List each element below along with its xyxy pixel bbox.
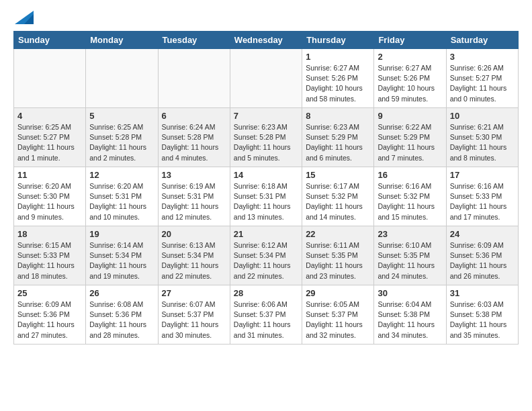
day-number: 24 — [450, 229, 515, 239]
col-header-friday: Friday — [374, 32, 446, 49]
calendar-cell: 24Sunrise: 6:09 AMSunset: 5:36 PMDayligh… — [446, 226, 518, 285]
calendar-cell: 14Sunrise: 6:18 AMSunset: 5:31 PMDayligh… — [230, 167, 302, 226]
calendar-cell: 29Sunrise: 6:05 AMSunset: 5:37 PMDayligh… — [302, 285, 374, 345]
week-row-3: 11Sunrise: 6:20 AMSunset: 5:30 PMDayligh… — [14, 167, 519, 226]
day-info: Sunrise: 6:08 AMSunset: 5:36 PMDaylight:… — [89, 300, 154, 340]
calendar-cell: 7Sunrise: 6:23 AMSunset: 5:28 PMDaylight… — [230, 108, 302, 167]
day-number: 11 — [17, 170, 82, 180]
day-number: 16 — [378, 170, 442, 180]
day-info: Sunrise: 6:16 AMSunset: 5:32 PMDaylight:… — [378, 181, 442, 222]
day-info: Sunrise: 6:23 AMSunset: 5:28 PMDaylight:… — [234, 122, 298, 163]
day-number: 9 — [378, 111, 442, 121]
calendar-cell: 23Sunrise: 6:10 AMSunset: 5:35 PMDayligh… — [374, 226, 446, 285]
day-info: Sunrise: 6:09 AMSunset: 5:36 PMDaylight:… — [17, 300, 82, 340]
day-number: 15 — [306, 170, 370, 180]
day-number: 8 — [306, 111, 370, 121]
calendar-cell — [14, 49, 86, 108]
day-info: Sunrise: 6:17 AMSunset: 5:32 PMDaylight:… — [306, 181, 370, 222]
day-info: Sunrise: 6:12 AMSunset: 5:34 PMDaylight:… — [234, 240, 298, 281]
day-number: 13 — [162, 170, 226, 180]
calendar-cell: 25Sunrise: 6:09 AMSunset: 5:36 PMDayligh… — [14, 285, 86, 345]
day-number: 22 — [306, 229, 370, 239]
page: SundayMondayTuesdayWednesdayThursdayFrid… — [0, 0, 532, 351]
day-number: 23 — [378, 229, 442, 239]
calendar-cell: 16Sunrise: 6:16 AMSunset: 5:32 PMDayligh… — [374, 167, 446, 226]
day-info: Sunrise: 6:15 AMSunset: 5:33 PMDaylight:… — [17, 240, 82, 281]
calendar-cell: 22Sunrise: 6:11 AMSunset: 5:35 PMDayligh… — [302, 226, 374, 285]
calendar-cell: 15Sunrise: 6:17 AMSunset: 5:32 PMDayligh… — [302, 167, 374, 226]
day-number: 10 — [450, 111, 515, 121]
calendar-cell: 27Sunrise: 6:07 AMSunset: 5:37 PMDayligh… — [158, 285, 230, 345]
day-number: 17 — [450, 170, 515, 180]
day-info: Sunrise: 6:24 AMSunset: 5:28 PMDaylight:… — [162, 122, 226, 163]
day-number: 12 — [89, 170, 154, 180]
day-info: Sunrise: 6:06 AMSunset: 5:37 PMDaylight:… — [234, 300, 298, 340]
day-number: 1 — [306, 52, 370, 62]
day-number: 19 — [89, 229, 154, 239]
calendar-cell: 19Sunrise: 6:14 AMSunset: 5:34 PMDayligh… — [86, 226, 158, 285]
day-number: 28 — [234, 288, 298, 298]
day-number: 4 — [17, 111, 82, 121]
calendar-cell: 11Sunrise: 6:20 AMSunset: 5:30 PMDayligh… — [14, 167, 86, 226]
col-header-sunday: Sunday — [14, 32, 86, 49]
day-number: 7 — [234, 111, 298, 121]
day-info: Sunrise: 6:16 AMSunset: 5:33 PMDaylight:… — [450, 181, 515, 222]
day-info: Sunrise: 6:23 AMSunset: 5:29 PMDaylight:… — [306, 122, 370, 163]
calendar-cell: 4Sunrise: 6:25 AMSunset: 5:27 PMDaylight… — [14, 108, 86, 167]
day-info: Sunrise: 6:18 AMSunset: 5:31 PMDaylight:… — [234, 181, 298, 222]
calendar-cell: 2Sunrise: 6:27 AMSunset: 5:26 PMDaylight… — [374, 49, 446, 108]
day-info: Sunrise: 6:07 AMSunset: 5:37 PMDaylight:… — [162, 300, 226, 340]
day-number: 2 — [378, 52, 442, 62]
calendar-cell: 18Sunrise: 6:15 AMSunset: 5:33 PMDayligh… — [14, 226, 86, 285]
calendar-cell: 26Sunrise: 6:08 AMSunset: 5:36 PMDayligh… — [86, 285, 158, 345]
col-header-wednesday: Wednesday — [230, 32, 302, 49]
calendar-cell — [86, 49, 158, 108]
calendar-cell: 12Sunrise: 6:20 AMSunset: 5:31 PMDayligh… — [86, 167, 158, 226]
day-info: Sunrise: 6:25 AMSunset: 5:28 PMDaylight:… — [89, 122, 154, 163]
col-header-saturday: Saturday — [446, 32, 518, 49]
calendar-cell — [158, 49, 230, 108]
calendar-cell: 6Sunrise: 6:24 AMSunset: 5:28 PMDaylight… — [158, 108, 230, 167]
calendar-cell: 13Sunrise: 6:19 AMSunset: 5:31 PMDayligh… — [158, 167, 230, 226]
calendar-cell: 28Sunrise: 6:06 AMSunset: 5:37 PMDayligh… — [230, 285, 302, 345]
calendar-cell: 8Sunrise: 6:23 AMSunset: 5:29 PMDaylight… — [302, 108, 374, 167]
day-number: 14 — [234, 170, 298, 180]
day-info: Sunrise: 6:27 AMSunset: 5:26 PMDaylight:… — [306, 63, 370, 104]
week-row-1: 1Sunrise: 6:27 AMSunset: 5:26 PMDaylight… — [14, 49, 519, 108]
calendar-table: SundayMondayTuesdayWednesdayThursdayFrid… — [13, 31, 519, 345]
day-number: 20 — [162, 229, 226, 239]
calendar-cell: 5Sunrise: 6:25 AMSunset: 5:28 PMDaylight… — [86, 108, 158, 167]
day-info: Sunrise: 6:25 AMSunset: 5:27 PMDaylight:… — [17, 122, 82, 163]
day-info: Sunrise: 6:13 AMSunset: 5:34 PMDaylight:… — [162, 240, 226, 281]
col-header-thursday: Thursday — [302, 32, 374, 49]
week-row-2: 4Sunrise: 6:25 AMSunset: 5:27 PMDaylight… — [14, 108, 519, 167]
day-info: Sunrise: 6:09 AMSunset: 5:36 PMDaylight:… — [450, 240, 515, 281]
calendar-cell: 31Sunrise: 6:03 AMSunset: 5:38 PMDayligh… — [446, 285, 518, 345]
day-number: 3 — [450, 52, 515, 62]
day-number: 18 — [17, 229, 82, 239]
day-info: Sunrise: 6:20 AMSunset: 5:31 PMDaylight:… — [89, 181, 154, 222]
day-info: Sunrise: 6:22 AMSunset: 5:29 PMDaylight:… — [378, 122, 442, 163]
day-info: Sunrise: 6:27 AMSunset: 5:26 PMDaylight:… — [378, 63, 442, 104]
logo — [13, 11, 34, 24]
day-number: 30 — [378, 288, 442, 298]
day-info: Sunrise: 6:04 AMSunset: 5:38 PMDaylight:… — [378, 300, 442, 340]
week-row-4: 18Sunrise: 6:15 AMSunset: 5:33 PMDayligh… — [14, 226, 519, 285]
day-info: Sunrise: 6:11 AMSunset: 5:35 PMDaylight:… — [306, 240, 370, 281]
day-number: 31 — [450, 288, 515, 298]
day-number: 25 — [17, 288, 82, 298]
calendar-cell: 10Sunrise: 6:21 AMSunset: 5:30 PMDayligh… — [446, 108, 518, 167]
calendar-cell: 21Sunrise: 6:12 AMSunset: 5:34 PMDayligh… — [230, 226, 302, 285]
day-info: Sunrise: 6:05 AMSunset: 5:37 PMDaylight:… — [306, 300, 370, 340]
calendar-cell: 3Sunrise: 6:26 AMSunset: 5:27 PMDaylight… — [446, 49, 518, 108]
day-info: Sunrise: 6:10 AMSunset: 5:35 PMDaylight:… — [378, 240, 442, 281]
week-row-5: 25Sunrise: 6:09 AMSunset: 5:36 PMDayligh… — [14, 285, 519, 345]
day-number: 21 — [234, 229, 298, 239]
logo-icon — [15, 11, 34, 24]
day-info: Sunrise: 6:26 AMSunset: 5:27 PMDaylight:… — [450, 63, 515, 104]
day-info: Sunrise: 6:03 AMSunset: 5:38 PMDaylight:… — [450, 300, 515, 340]
header-row: SundayMondayTuesdayWednesdayThursdayFrid… — [14, 32, 519, 49]
day-number: 5 — [89, 111, 154, 121]
day-info: Sunrise: 6:19 AMSunset: 5:31 PMDaylight:… — [162, 181, 226, 222]
calendar-cell — [230, 49, 302, 108]
